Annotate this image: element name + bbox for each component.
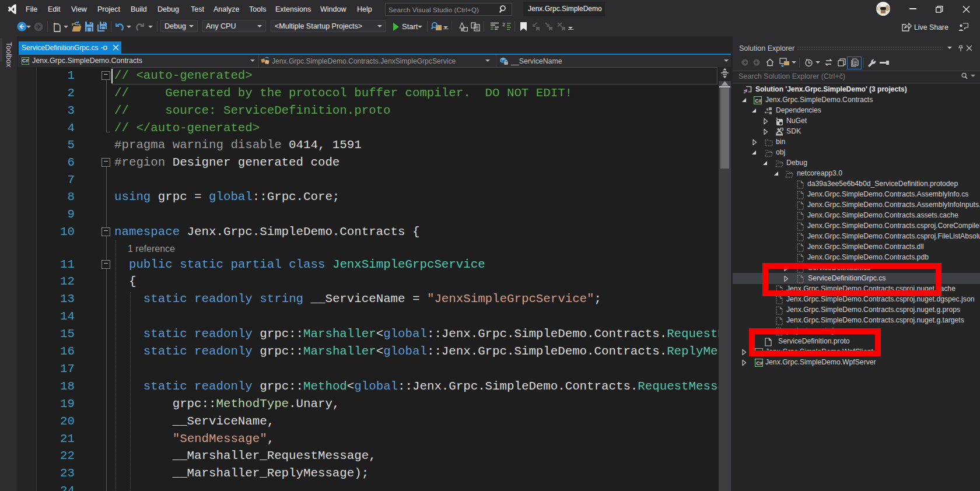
svg-text:2: 2 (502, 22, 505, 27)
